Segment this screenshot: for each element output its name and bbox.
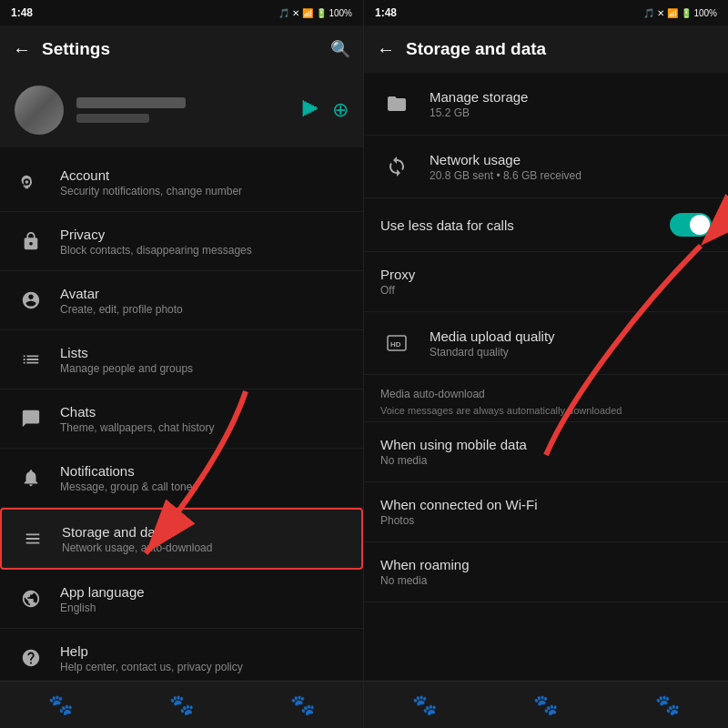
right-nav-icon-3[interactable]: 🐾 xyxy=(655,693,680,717)
wifi-item[interactable]: When connected on Wi-Fi Photos xyxy=(364,482,728,542)
left-nav-icon-3[interactable]: 🐾 xyxy=(290,693,315,717)
right-page-title: Storage and data xyxy=(406,39,715,59)
chats-icon xyxy=(15,402,47,435)
less-data-toggle[interactable] xyxy=(670,213,712,237)
svg-text:HD: HD xyxy=(390,340,401,349)
language-text: App language English xyxy=(60,584,349,614)
left-page-title: Settings xyxy=(42,39,330,59)
settings-item-notifications[interactable]: Notifications Message, group & call tone… xyxy=(0,449,363,508)
right-nav-icon-1[interactable]: 🐾 xyxy=(412,693,437,717)
mobile-data-sublabel: No media xyxy=(380,454,712,467)
less-data-text: Use less data for calls xyxy=(380,217,670,233)
roaming-item[interactable]: When roaming No media xyxy=(364,542,728,602)
less-data-item[interactable]: Use less data for calls xyxy=(364,198,728,252)
right-status-bar: 1:48 🎵 ✕ 📶 🔋 100% xyxy=(364,0,728,25)
account-sublabel: Security notifications, change number xyxy=(60,185,349,197)
media-upload-label: Media upload quality xyxy=(430,329,712,344)
profile-name xyxy=(76,97,186,108)
left-panel: 1:48 🎵 ✕ 📶 🔋 100% ← Settings 🔍 ⯈ ⊕ Acc xyxy=(0,0,364,728)
chats-text: Chats Theme, wallpapers, chat history xyxy=(60,404,349,434)
right-bottom-nav: 🐾 🐾 🐾 xyxy=(364,681,728,728)
account-text: Account Security notifications, change n… xyxy=(60,167,349,197)
left-bottom-nav: 🐾 🐾 🐾 xyxy=(0,681,363,728)
storage-list: Manage storage 15.2 GB Network usage 20.… xyxy=(364,73,728,681)
qr-code-icon[interactable]: ⯈ xyxy=(301,98,321,122)
chats-sublabel: Theme, wallpapers, chat history xyxy=(60,421,349,434)
left-nav-icon-2[interactable]: 🐾 xyxy=(169,693,194,717)
settings-item-chats[interactable]: Chats Theme, wallpapers, chat history xyxy=(0,389,363,449)
profile-action-icons: ⯈ ⊕ xyxy=(301,98,349,122)
settings-item-language[interactable]: App language English xyxy=(0,570,363,629)
network-usage-item[interactable]: Network usage 20.8 GB sent • 8.6 GB rece… xyxy=(364,136,728,198)
storage-label: Storage and data xyxy=(62,524,347,540)
lists-label: Lists xyxy=(60,345,349,360)
left-nav-icon-1[interactable]: 🐾 xyxy=(48,693,73,717)
right-time: 1:48 xyxy=(375,6,397,19)
lock-icon xyxy=(15,225,47,258)
avatar xyxy=(15,86,64,135)
language-label: App language xyxy=(60,584,349,600)
wifi-text: When connected on Wi-Fi Photos xyxy=(380,497,712,527)
right-status-icons: 🎵 ✕ 📶 🔋 100% xyxy=(643,8,717,18)
settings-item-lists[interactable]: Lists Manage people and groups xyxy=(0,330,363,389)
notifications-sublabel: Message, group & call tones xyxy=(60,480,349,493)
manage-storage-label: Manage storage xyxy=(430,89,712,105)
left-status-bar: 1:48 🎵 ✕ 📶 🔋 100% xyxy=(0,0,363,25)
mobile-data-item[interactable]: When using mobile data No media xyxy=(364,422,728,482)
network-usage-label: Network usage xyxy=(430,152,712,167)
storage-icon xyxy=(16,522,49,555)
profile-info xyxy=(76,97,301,123)
help-text: Help Help center, contact us, privacy po… xyxy=(60,643,349,673)
avatar-sublabel: Create, edit, profile photo xyxy=(60,303,349,316)
settings-list: Account Security notifications, change n… xyxy=(0,153,363,681)
globe-icon xyxy=(15,582,47,615)
wifi-sublabel: Photos xyxy=(380,514,712,527)
settings-item-account[interactable]: Account Security notifications, change n… xyxy=(0,153,363,212)
profile-status xyxy=(76,114,149,123)
media-upload-text: Media upload quality Standard quality xyxy=(430,329,712,359)
search-icon[interactable]: 🔍 xyxy=(330,39,350,59)
settings-item-avatar[interactable]: Avatar Create, edit, profile photo xyxy=(0,271,363,330)
right-nav-icon-2[interactable]: 🐾 xyxy=(533,693,558,717)
hd-icon: HD xyxy=(380,327,413,359)
storage-sublabel: Network usage, auto-download xyxy=(62,541,347,554)
network-usage-text: Network usage 20.8 GB sent • 8.6 GB rece… xyxy=(430,152,712,182)
proxy-item[interactable]: Proxy Off xyxy=(364,252,728,312)
avatar-text: Avatar Create, edit, profile photo xyxy=(60,286,349,316)
proxy-text: Proxy Off xyxy=(380,267,712,297)
avatar-icon xyxy=(15,284,47,317)
key-icon xyxy=(15,166,47,198)
left-status-icons-text: 🎵 ✕ 📶 🔋 100% xyxy=(278,8,352,18)
chats-label: Chats xyxy=(60,404,349,420)
mobile-data-label: When using mobile data xyxy=(380,437,712,452)
proxy-label: Proxy xyxy=(380,267,712,282)
language-sublabel: English xyxy=(60,602,349,614)
notifications-text: Notifications Message, group & call tone… xyxy=(60,463,349,493)
roaming-text: When roaming No media xyxy=(380,557,712,587)
left-back-button[interactable]: ← xyxy=(13,39,31,60)
help-label: Help xyxy=(60,643,349,659)
auto-download-section: Media auto-download Voice messages are a… xyxy=(364,375,728,422)
media-upload-item[interactable]: HD Media upload quality Standard quality xyxy=(364,312,728,375)
profile-section[interactable]: ⯈ ⊕ xyxy=(0,73,363,147)
settings-item-storage[interactable]: Storage and data Network usage, auto-dow… xyxy=(0,508,363,570)
wifi-label: When connected on Wi-Fi xyxy=(380,497,712,512)
right-back-button[interactable]: ← xyxy=(377,39,395,60)
network-usage-sublabel: 20.8 GB sent • 8.6 GB received xyxy=(430,169,712,182)
media-upload-sublabel: Standard quality xyxy=(430,346,712,359)
manage-storage-sublabel: 15.2 GB xyxy=(430,106,712,119)
settings-item-help[interactable]: Help Help center, contact us, privacy po… xyxy=(0,629,363,681)
settings-item-privacy[interactable]: Privacy Block contacts, disappearing mes… xyxy=(0,212,363,271)
refresh-icon xyxy=(380,150,413,183)
right-top-bar: ← Storage and data xyxy=(364,25,728,73)
folder-icon xyxy=(380,87,413,120)
privacy-sublabel: Block contacts, disappearing messages xyxy=(60,244,349,257)
left-time: 1:48 xyxy=(11,6,33,19)
manage-storage-item[interactable]: Manage storage 15.2 GB xyxy=(364,73,728,136)
lists-sublabel: Manage people and groups xyxy=(60,362,349,375)
privacy-text: Privacy Block contacts, disappearing mes… xyxy=(60,227,349,257)
bell-icon xyxy=(15,461,47,494)
less-data-label: Use less data for calls xyxy=(380,217,670,233)
storage-text: Storage and data Network usage, auto-dow… xyxy=(62,524,347,554)
add-profile-icon[interactable]: ⊕ xyxy=(332,98,349,122)
